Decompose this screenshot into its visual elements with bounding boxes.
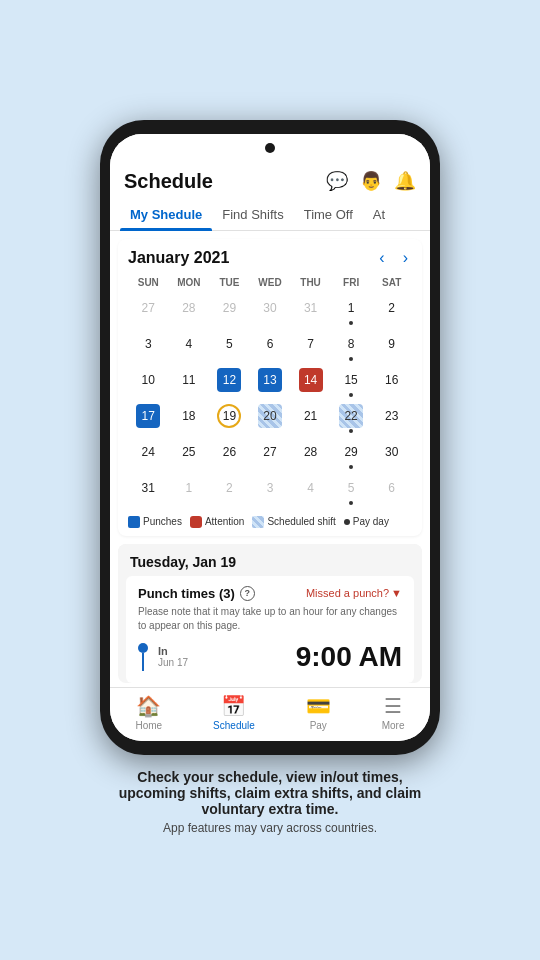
legend-punches: Punches bbox=[128, 516, 182, 528]
cal-day-9[interactable]: 9 bbox=[371, 329, 412, 364]
cal-day-24[interactable]: 24 bbox=[128, 437, 169, 472]
calendar-header: January 2021 ‹ › bbox=[128, 249, 412, 267]
dow-thu: THU bbox=[290, 275, 331, 292]
punch-time-row: In Jun 17 9:00 AM bbox=[138, 641, 402, 673]
cal-day-1-feb[interactable]: 1 bbox=[169, 473, 210, 508]
attention-legend-icon bbox=[190, 516, 202, 528]
cal-day-28[interactable]: 28 bbox=[290, 437, 331, 472]
detail-section: Tuesday, Jan 19 Punch times (3) ? Missed… bbox=[118, 544, 422, 683]
cal-day-2-feb[interactable]: 2 bbox=[209, 473, 250, 508]
punch-legend-icon bbox=[128, 516, 140, 528]
calendar-nav: ‹ › bbox=[375, 249, 412, 267]
calendar-month-year: January 2021 bbox=[128, 249, 229, 267]
nav-home[interactable]: 🏠 Home bbox=[135, 694, 162, 731]
cal-day-22[interactable]: 22 bbox=[331, 401, 372, 436]
cal-day-10[interactable]: 10 bbox=[128, 365, 169, 400]
cal-day-5[interactable]: 5 bbox=[209, 329, 250, 364]
phone-screen: Schedule 💬 👨 🔔 My Shedule Find Shifts Ti… bbox=[110, 134, 430, 741]
nav-pay[interactable]: 💳 Pay bbox=[306, 694, 331, 731]
pay-icon: 💳 bbox=[306, 694, 331, 718]
dow-sat: SAT bbox=[371, 275, 412, 292]
cal-day-28-dec[interactable]: 28 bbox=[169, 293, 210, 328]
legend-attention: Attention bbox=[190, 516, 244, 528]
detail-date-header: Tuesday, Jan 19 bbox=[118, 544, 422, 576]
missed-punch-button[interactable]: Missed a punch? ▼ bbox=[306, 587, 402, 599]
cal-day-27[interactable]: 27 bbox=[250, 437, 291, 472]
caption-main: Check your schedule, view in/out times, … bbox=[110, 769, 430, 817]
calendar-grid: SUN MON TUE WED THU FRI SAT 27 28 29 30 … bbox=[128, 275, 412, 508]
calendar-legend: Punches Attention Scheduled shift Pay da… bbox=[128, 516, 412, 528]
punch-note: Please note that it may take up to an ho… bbox=[138, 605, 402, 633]
dow-fri: FRI bbox=[331, 275, 372, 292]
cal-day-3[interactable]: 3 bbox=[128, 329, 169, 364]
cal-day-14[interactable]: 14 bbox=[290, 365, 331, 400]
timeline-dot bbox=[138, 643, 148, 653]
prev-month-button[interactable]: ‹ bbox=[375, 249, 388, 267]
cal-day-21[interactable]: 21 bbox=[290, 401, 331, 436]
cal-day-27-dec[interactable]: 27 bbox=[128, 293, 169, 328]
cal-day-31[interactable]: 31 bbox=[128, 473, 169, 508]
punch-label-col: In Jun 17 bbox=[158, 645, 188, 668]
cal-day-19[interactable]: 19 bbox=[209, 401, 250, 436]
nav-schedule-label: Schedule bbox=[213, 720, 255, 731]
caption-sub: App features may vary across countries. bbox=[110, 821, 430, 835]
nav-home-label: Home bbox=[135, 720, 162, 731]
cal-day-2[interactable]: 2 bbox=[371, 293, 412, 328]
cal-day-26[interactable]: 26 bbox=[209, 437, 250, 472]
header-icons: 💬 👨 🔔 bbox=[326, 170, 416, 192]
cal-day-4[interactable]: 4 bbox=[169, 329, 210, 364]
cal-day-30[interactable]: 30 bbox=[371, 437, 412, 472]
phone-frame: Schedule 💬 👨 🔔 My Shedule Find Shifts Ti… bbox=[100, 120, 440, 755]
cal-day-29-dec[interactable]: 29 bbox=[209, 293, 250, 328]
dow-wed: WED bbox=[250, 275, 291, 292]
avatar-icon[interactable]: 👨 bbox=[360, 170, 382, 192]
more-icon: ☰ bbox=[384, 694, 402, 718]
scheduled-legend-icon bbox=[252, 516, 264, 528]
cal-day-1[interactable]: 1 bbox=[331, 293, 372, 328]
cal-day-12[interactable]: 12 bbox=[209, 365, 250, 400]
cal-day-6[interactable]: 6 bbox=[250, 329, 291, 364]
cal-day-16[interactable]: 16 bbox=[371, 365, 412, 400]
tab-time-off[interactable]: Time Off bbox=[294, 199, 363, 230]
punch-card-header: Punch times (3) ? Missed a punch? ▼ bbox=[138, 586, 402, 601]
cal-day-29[interactable]: 29 bbox=[331, 437, 372, 472]
tab-find-shifts[interactable]: Find Shifts bbox=[212, 199, 293, 230]
cal-day-4-feb[interactable]: 4 bbox=[290, 473, 331, 508]
cal-day-23[interactable]: 23 bbox=[371, 401, 412, 436]
bottom-nav: 🏠 Home 📅 Schedule 💳 Pay ☰ More bbox=[110, 687, 430, 741]
cal-day-11[interactable]: 11 bbox=[169, 365, 210, 400]
cal-day-18[interactable]: 18 bbox=[169, 401, 210, 436]
cal-day-3-feb[interactable]: 3 bbox=[250, 473, 291, 508]
legend-scheduled: Scheduled shift bbox=[252, 516, 335, 528]
cal-day-20[interactable]: 20 bbox=[250, 401, 291, 436]
dow-mon: MON bbox=[169, 275, 210, 292]
punch-timeline bbox=[138, 643, 148, 671]
next-month-button[interactable]: › bbox=[399, 249, 412, 267]
schedule-icon: 📅 bbox=[221, 694, 246, 718]
legend-payday: Pay day bbox=[344, 516, 389, 527]
punch-card: Punch times (3) ? Missed a punch? ▼ Plea… bbox=[126, 576, 414, 683]
cal-day-5-feb[interactable]: 5 bbox=[331, 473, 372, 508]
tab-bar: My Shedule Find Shifts Time Off At bbox=[110, 199, 430, 231]
dow-tue: TUE bbox=[209, 275, 250, 292]
cal-day-30-dec[interactable]: 30 bbox=[250, 293, 291, 328]
nav-pay-label: Pay bbox=[310, 720, 327, 731]
bell-icon[interactable]: 🔔 bbox=[394, 170, 416, 192]
tab-at[interactable]: At bbox=[363, 199, 395, 230]
cal-day-13[interactable]: 13 bbox=[250, 365, 291, 400]
info-icon[interactable]: ? bbox=[240, 586, 255, 601]
cal-day-25[interactable]: 25 bbox=[169, 437, 210, 472]
cal-day-17[interactable]: 17 bbox=[128, 401, 169, 436]
cal-day-6-feb[interactable]: 6 bbox=[371, 473, 412, 508]
app-title: Schedule bbox=[124, 170, 213, 193]
cal-day-8[interactable]: 8 bbox=[331, 329, 372, 364]
chat-icon[interactable]: 💬 bbox=[326, 170, 348, 192]
camera-dot bbox=[265, 143, 275, 153]
cal-day-7[interactable]: 7 bbox=[290, 329, 331, 364]
nav-schedule[interactable]: 📅 Schedule bbox=[213, 694, 255, 731]
nav-more[interactable]: ☰ More bbox=[382, 694, 405, 731]
cal-day-15[interactable]: 15 bbox=[331, 365, 372, 400]
tab-my-schedule[interactable]: My Shedule bbox=[120, 199, 212, 230]
status-bar bbox=[110, 134, 430, 162]
cal-day-31-dec[interactable]: 31 bbox=[290, 293, 331, 328]
